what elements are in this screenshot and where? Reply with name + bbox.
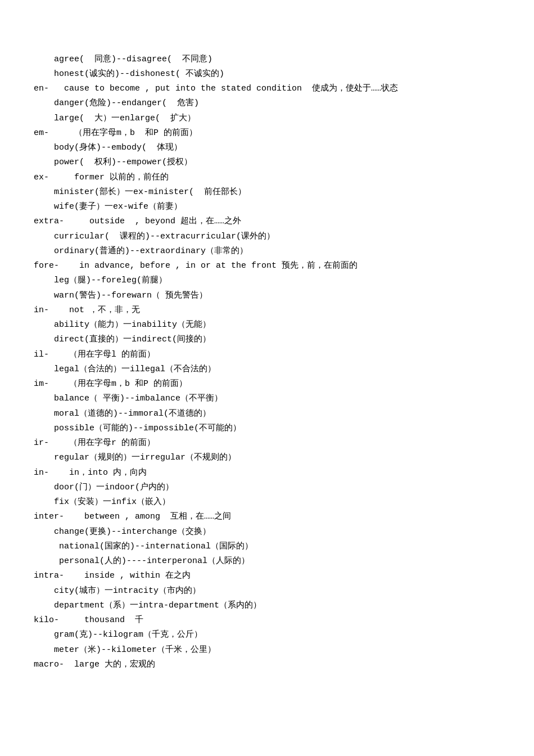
text-line-33: national(国家的)--international（国际的） [34,539,500,554]
text-line-23: balance（ 平衡)--imbalance（不平衡） [34,392,500,406]
text-line-40: meter（米)--kilometer（千米，公里） [34,643,500,658]
text-line-0: agree( 同意)--disagree( 不同意) [34,52,500,67]
main-content: agree( 同意)--disagree( 不同意) honest(诚实的)--… [34,22,500,687]
text-line-37: department（系）一intra-department（系内的） [34,598,500,613]
text-line-31: inter- between , among 互相，在……之间 [34,510,500,524]
text-line-18: ability（能力）一inability（无能） [34,318,500,332]
text-line-22: im- （用在字母m，b 和P 的前面） [34,377,500,392]
text-line-16: warn(警告)--forewarn（ 预先警告） [34,289,500,303]
text-line-1: honest(诚实的)--dishonest( 不诚实的) [34,67,500,82]
text-line-14: fore- in advance, before , in or at the … [34,259,500,273]
text-line-24: moral（道德的)--immoral(不道德的） [34,407,500,421]
text-line-41: macro- large 大的，宏观的 [34,658,500,672]
text-line-17: in- not ，不，非，无 [34,303,500,318]
text-line-38: kilo- thousand 千 [34,613,500,628]
text-line-19: direct(直接的）一indirect(间接的） [34,332,500,347]
text-line-7: power( 权利)--empower(授权） [34,155,500,170]
text-line-8: ex- former 以前的，前任的 [34,170,500,185]
text-line-20: il- （用在字母l 的前面） [34,348,500,362]
text-line-2: en- cause to become , put into the state… [34,82,500,96]
text-line-4: large( 大）一enlarge( 扩大） [34,111,500,126]
text-line-3: danger(危险)--endanger( 危害) [34,96,500,111]
text-line-10: wife(妻子）一ex-wife（前妻） [34,200,500,214]
text-line-26: ir- （用在字母r 的前面） [34,436,500,451]
text-line-25: possible（可能的)--impossible(不可能的） [34,421,500,436]
text-line-28: in- in，into 内，向内 [34,466,500,480]
text-line-35: intra- inside , within 在之内 [34,569,500,583]
text-line-21: legal（合法的）一illegal（不合法的） [34,362,500,377]
text-line-12: curricular( 课程的)--extracurricular(课外的） [34,230,500,244]
text-line-36: city(城市）一intracity（市内的） [34,584,500,598]
text-line-13: ordinary(普通的)--extraordinary（非常的） [34,244,500,259]
text-line-9: minister(部长）一ex-minister( 前任部长） [34,185,500,200]
text-line-6: body(身体)--embody( 体现） [34,141,500,155]
text-line-34: personal(人的)----interperonal（人际的） [34,554,500,569]
text-line-27: regular（规则的）一irregular（不规则的） [34,451,500,465]
text-line-39: gram(克)--kilogram（千克，公斤） [34,628,500,642]
text-line-15: leg（腿)--foreleg(前腿） [34,273,500,288]
text-line-5: em- （用在字母m，b 和P 的前面） [34,126,500,141]
text-line-30: fix（安装）一infix（嵌入） [34,495,500,510]
text-line-29: door(门）一indoor(户内的） [34,480,500,495]
text-line-11: extra- outside , beyond 超出，在……之外 [34,214,500,229]
text-line-32: change(更换)--interchange（交换） [34,525,500,539]
